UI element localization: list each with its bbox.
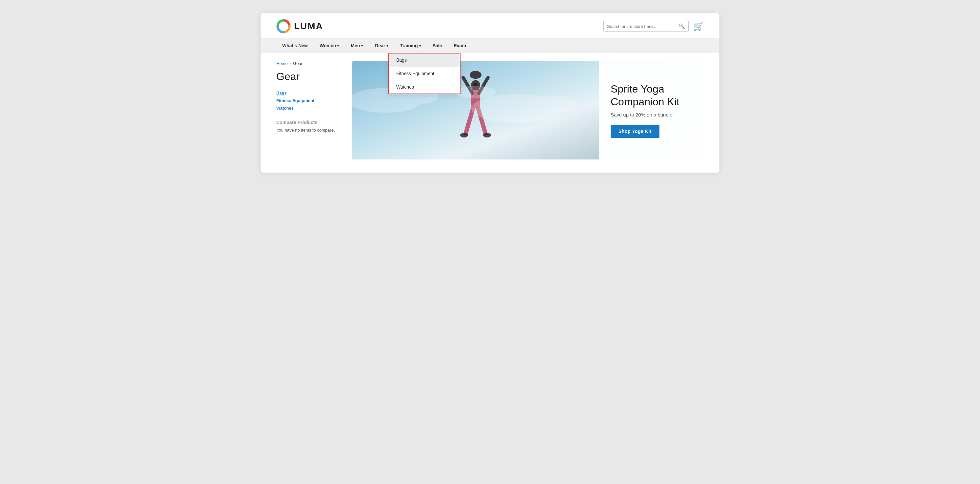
dropdown-item-watches[interactable]: Watches (389, 80, 460, 94)
compare-text: You have no items to compare. (276, 128, 342, 133)
chevron-down-icon: ▾ (419, 44, 421, 48)
nav-item-men[interactable]: Men ▾ (345, 38, 369, 53)
hero-subtitle: Save up to 20% on a bundle! (611, 112, 690, 117)
sidebar-link-watches[interactable]: Watches (276, 105, 342, 110)
compare-section: Compare Products You have no items to co… (276, 120, 342, 133)
nav-item-gear[interactable]: Gear ▾ (369, 38, 394, 53)
content-area: Home › Gear Gear Bags Fitness Equipment … (261, 53, 719, 173)
dropdown-item-bags[interactable]: Bags (389, 53, 460, 67)
sidebar-link-bags[interactable]: Bags (276, 91, 342, 96)
svg-point-1 (281, 24, 286, 29)
chevron-down-icon: ▾ (337, 44, 339, 48)
sidebar-link-fitness[interactable]: Fitness Equipment (276, 98, 342, 103)
nav-item-exam[interactable]: Exam (448, 38, 472, 53)
page-title: Gear (276, 70, 342, 83)
main-nav: What's New Women ▾ Men ▾ Gear ▾ Training… (261, 38, 719, 53)
logo-text: LUMA (294, 21, 323, 32)
nav-item-women[interactable]: Women ▾ (313, 38, 345, 53)
logo-icon (276, 19, 291, 34)
sidebar: Home › Gear Gear Bags Fitness Equipment … (276, 61, 342, 142)
cart-icon[interactable]: 🛒 (693, 21, 704, 32)
breadcrumb-current: Gear (293, 61, 302, 66)
dropdown-item-fitness[interactable]: Fitness Equipment (389, 67, 460, 80)
breadcrumb-separator: › (290, 61, 291, 66)
nav-item-training[interactable]: Training ▾ (394, 38, 426, 53)
gear-dropdown-menu: Bags Fitness Equipment Watches (388, 53, 460, 94)
compare-title: Compare Products (276, 120, 342, 125)
search-input[interactable] (607, 24, 678, 29)
shop-yoga-kit-button[interactable]: Shop Yoga Kit (611, 125, 659, 138)
page-wrapper: LUMA 🔍 🛒 What's New Women ▾ Men ▾ Gear ▾… (261, 13, 719, 173)
chevron-down-icon: ▾ (361, 44, 363, 48)
svg-point-15 (521, 96, 578, 113)
chevron-down-icon: ▾ (387, 44, 388, 48)
hero-text-box: Sprite Yoga Companion Kit Save up to 20%… (599, 61, 704, 160)
header-right: 🔍 🛒 (603, 21, 704, 32)
gear-dropdown-wrapper: Bags Fitness Equipment Watches (388, 53, 460, 94)
search-icon: 🔍 (679, 23, 685, 29)
logo-link[interactable]: LUMA (276, 19, 323, 34)
site-header: LUMA 🔍 🛒 (261, 13, 719, 38)
search-box[interactable]: 🔍 (603, 21, 689, 32)
sidebar-nav-section: Bags Fitness Equipment Watches (276, 91, 342, 110)
nav-item-sale[interactable]: Sale (427, 38, 448, 53)
breadcrumb-home[interactable]: Home (276, 61, 288, 66)
hero-title: Sprite Yoga Companion Kit (611, 83, 690, 108)
nav-item-whats-new[interactable]: What's New (276, 38, 313, 53)
breadcrumb: Home › Gear (276, 61, 342, 66)
svg-point-16 (455, 86, 496, 99)
